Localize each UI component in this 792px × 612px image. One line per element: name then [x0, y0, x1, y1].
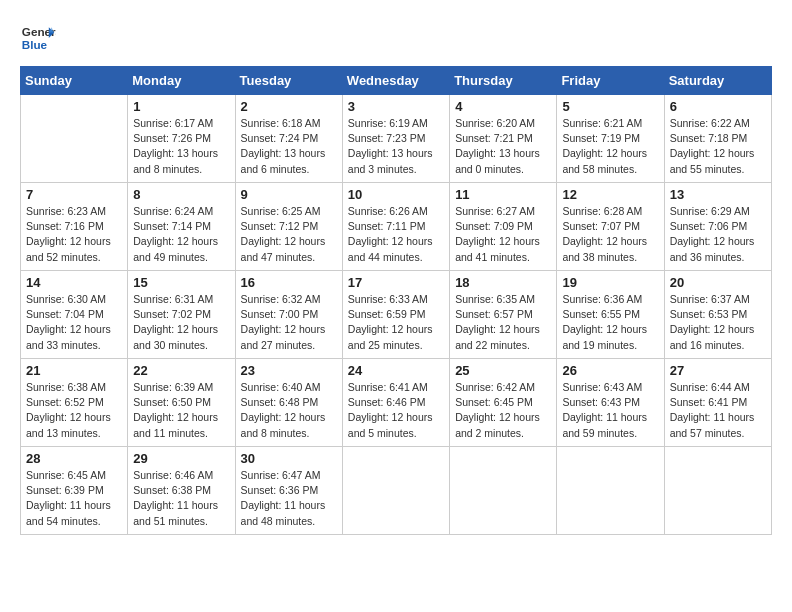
day-info: Sunrise: 6:28 AMSunset: 7:07 PMDaylight:… [562, 204, 658, 265]
calendar-cell: 19Sunrise: 6:36 AMSunset: 6:55 PMDayligh… [557, 271, 664, 359]
week-row-3: 14Sunrise: 6:30 AMSunset: 7:04 PMDayligh… [21, 271, 772, 359]
calendar-cell: 8Sunrise: 6:24 AMSunset: 7:14 PMDaylight… [128, 183, 235, 271]
calendar-cell: 20Sunrise: 6:37 AMSunset: 6:53 PMDayligh… [664, 271, 771, 359]
calendar-cell: 18Sunrise: 6:35 AMSunset: 6:57 PMDayligh… [450, 271, 557, 359]
day-info: Sunrise: 6:32 AMSunset: 7:00 PMDaylight:… [241, 292, 337, 353]
calendar-cell [664, 447, 771, 535]
calendar-cell: 4Sunrise: 6:20 AMSunset: 7:21 PMDaylight… [450, 95, 557, 183]
calendar-cell: 6Sunrise: 6:22 AMSunset: 7:18 PMDaylight… [664, 95, 771, 183]
day-info: Sunrise: 6:41 AMSunset: 6:46 PMDaylight:… [348, 380, 444, 441]
calendar-cell: 5Sunrise: 6:21 AMSunset: 7:19 PMDaylight… [557, 95, 664, 183]
calendar-cell: 13Sunrise: 6:29 AMSunset: 7:06 PMDayligh… [664, 183, 771, 271]
day-info: Sunrise: 6:25 AMSunset: 7:12 PMDaylight:… [241, 204, 337, 265]
logo: General Blue [20, 20, 56, 56]
calendar-cell: 25Sunrise: 6:42 AMSunset: 6:45 PMDayligh… [450, 359, 557, 447]
day-number: 24 [348, 363, 444, 378]
day-info: Sunrise: 6:46 AMSunset: 6:38 PMDaylight:… [133, 468, 229, 529]
day-info: Sunrise: 6:18 AMSunset: 7:24 PMDaylight:… [241, 116, 337, 177]
week-row-2: 7Sunrise: 6:23 AMSunset: 7:16 PMDaylight… [21, 183, 772, 271]
calendar-cell: 21Sunrise: 6:38 AMSunset: 6:52 PMDayligh… [21, 359, 128, 447]
day-info: Sunrise: 6:22 AMSunset: 7:18 PMDaylight:… [670, 116, 766, 177]
day-number: 12 [562, 187, 658, 202]
week-row-5: 28Sunrise: 6:45 AMSunset: 6:39 PMDayligh… [21, 447, 772, 535]
day-info: Sunrise: 6:37 AMSunset: 6:53 PMDaylight:… [670, 292, 766, 353]
calendar-cell: 26Sunrise: 6:43 AMSunset: 6:43 PMDayligh… [557, 359, 664, 447]
day-number: 3 [348, 99, 444, 114]
column-header-monday: Monday [128, 67, 235, 95]
day-number: 14 [26, 275, 122, 290]
column-header-thursday: Thursday [450, 67, 557, 95]
calendar-cell: 10Sunrise: 6:26 AMSunset: 7:11 PMDayligh… [342, 183, 449, 271]
day-number: 18 [455, 275, 551, 290]
column-header-wednesday: Wednesday [342, 67, 449, 95]
day-number: 22 [133, 363, 229, 378]
day-number: 4 [455, 99, 551, 114]
calendar-cell: 29Sunrise: 6:46 AMSunset: 6:38 PMDayligh… [128, 447, 235, 535]
day-info: Sunrise: 6:23 AMSunset: 7:16 PMDaylight:… [26, 204, 122, 265]
day-number: 21 [26, 363, 122, 378]
calendar-cell: 15Sunrise: 6:31 AMSunset: 7:02 PMDayligh… [128, 271, 235, 359]
day-info: Sunrise: 6:33 AMSunset: 6:59 PMDaylight:… [348, 292, 444, 353]
day-number: 25 [455, 363, 551, 378]
calendar-cell: 14Sunrise: 6:30 AMSunset: 7:04 PMDayligh… [21, 271, 128, 359]
calendar-cell: 16Sunrise: 6:32 AMSunset: 7:00 PMDayligh… [235, 271, 342, 359]
calendar-cell: 23Sunrise: 6:40 AMSunset: 6:48 PMDayligh… [235, 359, 342, 447]
calendar-cell [342, 447, 449, 535]
day-number: 26 [562, 363, 658, 378]
day-info: Sunrise: 6:30 AMSunset: 7:04 PMDaylight:… [26, 292, 122, 353]
day-number: 13 [670, 187, 766, 202]
week-row-1: 1Sunrise: 6:17 AMSunset: 7:26 PMDaylight… [21, 95, 772, 183]
day-number: 9 [241, 187, 337, 202]
day-number: 11 [455, 187, 551, 202]
day-number: 27 [670, 363, 766, 378]
day-number: 29 [133, 451, 229, 466]
day-info: Sunrise: 6:20 AMSunset: 7:21 PMDaylight:… [455, 116, 551, 177]
day-info: Sunrise: 6:43 AMSunset: 6:43 PMDaylight:… [562, 380, 658, 441]
logo-icon: General Blue [20, 20, 56, 56]
day-number: 8 [133, 187, 229, 202]
week-row-4: 21Sunrise: 6:38 AMSunset: 6:52 PMDayligh… [21, 359, 772, 447]
day-info: Sunrise: 6:19 AMSunset: 7:23 PMDaylight:… [348, 116, 444, 177]
day-info: Sunrise: 6:42 AMSunset: 6:45 PMDaylight:… [455, 380, 551, 441]
calendar-cell: 12Sunrise: 6:28 AMSunset: 7:07 PMDayligh… [557, 183, 664, 271]
day-info: Sunrise: 6:31 AMSunset: 7:02 PMDaylight:… [133, 292, 229, 353]
day-number: 17 [348, 275, 444, 290]
calendar-cell: 27Sunrise: 6:44 AMSunset: 6:41 PMDayligh… [664, 359, 771, 447]
day-info: Sunrise: 6:45 AMSunset: 6:39 PMDaylight:… [26, 468, 122, 529]
calendar-cell: 17Sunrise: 6:33 AMSunset: 6:59 PMDayligh… [342, 271, 449, 359]
column-header-sunday: Sunday [21, 67, 128, 95]
day-number: 28 [26, 451, 122, 466]
calendar-cell [557, 447, 664, 535]
day-info: Sunrise: 6:35 AMSunset: 6:57 PMDaylight:… [455, 292, 551, 353]
day-info: Sunrise: 6:29 AMSunset: 7:06 PMDaylight:… [670, 204, 766, 265]
day-number: 6 [670, 99, 766, 114]
day-info: Sunrise: 6:21 AMSunset: 7:19 PMDaylight:… [562, 116, 658, 177]
day-number: 10 [348, 187, 444, 202]
calendar-cell: 7Sunrise: 6:23 AMSunset: 7:16 PMDaylight… [21, 183, 128, 271]
calendar-cell: 1Sunrise: 6:17 AMSunset: 7:26 PMDaylight… [128, 95, 235, 183]
calendar-cell: 30Sunrise: 6:47 AMSunset: 6:36 PMDayligh… [235, 447, 342, 535]
day-number: 23 [241, 363, 337, 378]
column-header-saturday: Saturday [664, 67, 771, 95]
day-number: 19 [562, 275, 658, 290]
day-info: Sunrise: 6:27 AMSunset: 7:09 PMDaylight:… [455, 204, 551, 265]
day-info: Sunrise: 6:47 AMSunset: 6:36 PMDaylight:… [241, 468, 337, 529]
svg-text:Blue: Blue [22, 38, 48, 51]
day-info: Sunrise: 6:36 AMSunset: 6:55 PMDaylight:… [562, 292, 658, 353]
calendar-cell: 2Sunrise: 6:18 AMSunset: 7:24 PMDaylight… [235, 95, 342, 183]
day-number: 30 [241, 451, 337, 466]
day-number: 1 [133, 99, 229, 114]
calendar-cell: 24Sunrise: 6:41 AMSunset: 6:46 PMDayligh… [342, 359, 449, 447]
calendar-cell [450, 447, 557, 535]
day-number: 15 [133, 275, 229, 290]
calendar-cell: 3Sunrise: 6:19 AMSunset: 7:23 PMDaylight… [342, 95, 449, 183]
day-info: Sunrise: 6:44 AMSunset: 6:41 PMDaylight:… [670, 380, 766, 441]
day-info: Sunrise: 6:40 AMSunset: 6:48 PMDaylight:… [241, 380, 337, 441]
day-info: Sunrise: 6:24 AMSunset: 7:14 PMDaylight:… [133, 204, 229, 265]
column-header-friday: Friday [557, 67, 664, 95]
day-number: 7 [26, 187, 122, 202]
calendar-header: SundayMondayTuesdayWednesdayThursdayFrid… [21, 67, 772, 95]
column-header-tuesday: Tuesday [235, 67, 342, 95]
day-info: Sunrise: 6:26 AMSunset: 7:11 PMDaylight:… [348, 204, 444, 265]
day-number: 16 [241, 275, 337, 290]
